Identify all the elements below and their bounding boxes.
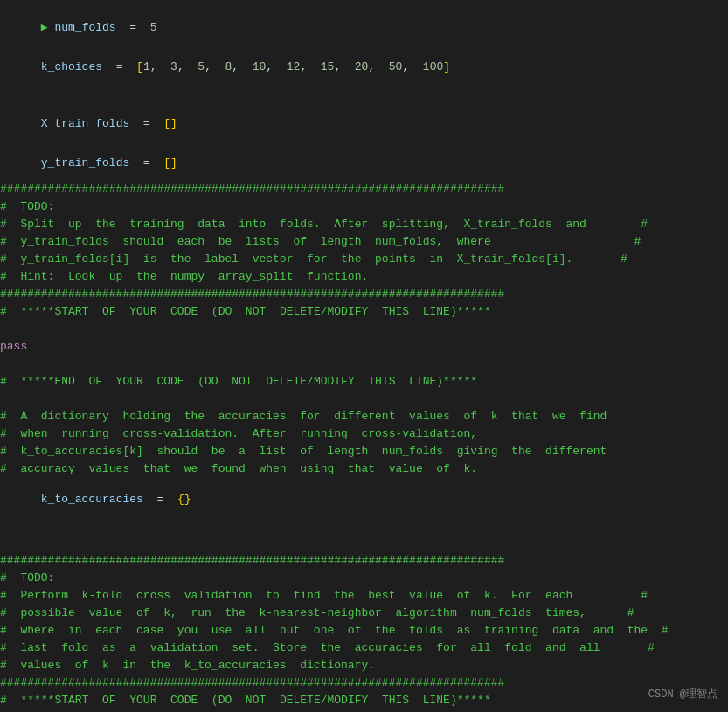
watermark-label: CSDN @理智点 (648, 687, 718, 702)
code-line-3 (0, 86, 728, 104)
code-line-24 (0, 519, 728, 536)
code-line-31: # last fold as a validation set. Store t… (0, 641, 728, 659)
code-line-34: # *****START OF YOUR CODE (DO NOT DELETE… (0, 694, 728, 711)
code-line-29: # possible value of k, run the k-nearest… (0, 606, 728, 624)
code-line-30: # where in each case you use all but one… (0, 624, 728, 641)
code-line-23: k_to_accuracies = {} (0, 480, 728, 519)
code-line-28: # Perform k-fold cross validation to fin… (0, 589, 728, 606)
code-line-25 (0, 536, 728, 554)
code-line-18 (0, 392, 728, 410)
code-line-14 (0, 322, 728, 340)
code-line-8: # Split up the training data into folds.… (0, 218, 728, 235)
code-line-16 (0, 357, 728, 375)
code-line-12: ########################################… (0, 287, 728, 305)
code-line-21: # k_to_accuracies[k] should be a list of… (0, 445, 728, 462)
code-line-1: ▶ num_folds = 5 (0, 7, 728, 47)
code-line-5: y_train_folds = [] (0, 143, 728, 183)
code-line-6: ########################################… (0, 183, 728, 200)
code-line-22: # accuracy values that we found when usi… (0, 462, 728, 480)
code-line-13: # *****START OF YOUR CODE (DO NOT DELETE… (0, 305, 728, 322)
code-line-26: ########################################… (0, 554, 728, 571)
code-line-15: pass (0, 340, 728, 357)
code-line-2: k_choices = [1, 3, 5, 8, 10, 12, 15, 20,… (0, 47, 728, 86)
code-editor: ▶ num_folds = 5 k_choices = [1, 3, 5, 8,… (0, 0, 728, 712)
code-line-32: # values of k in the k_to_accuracies dic… (0, 659, 728, 676)
code-line-4: X_train_folds = [] (0, 104, 728, 143)
code-line-17: # *****END OF YOUR CODE (DO NOT DELETE/M… (0, 375, 728, 392)
code-line-33: ########################################… (0, 676, 728, 694)
code-line-20: # when running cross-validation. After r… (0, 427, 728, 445)
code-line-9: # y_train_folds should each be lists of … (0, 235, 728, 252)
code-line-11: # Hint: Look up the numpy array_split fu… (0, 270, 728, 287)
code-line-19: # A dictionary holding the accuracies fo… (0, 410, 728, 427)
run-icon[interactable]: ▶ (41, 21, 55, 34)
code-line-7: # TODO: (0, 200, 728, 218)
code-line-10: # y_train_folds[i] is the label vector f… (0, 252, 728, 270)
code-line-27: # TODO: (0, 571, 728, 589)
